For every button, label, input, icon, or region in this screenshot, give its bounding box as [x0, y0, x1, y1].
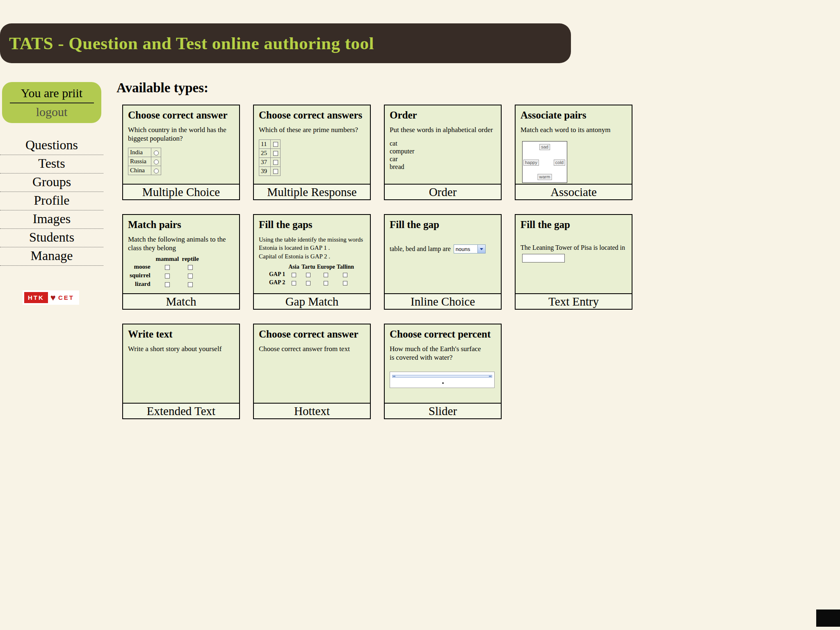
checkbox[interactable] — [165, 282, 170, 287]
type-link-slider[interactable]: Slider — [385, 403, 501, 418]
radio-button[interactable] — [154, 160, 159, 164]
checkbox[interactable] — [273, 160, 278, 165]
type-link-extended-text[interactable]: Extended Text — [123, 403, 239, 418]
checkbox-cell — [336, 278, 355, 287]
checkbox-cell — [271, 139, 281, 148]
sidebar-item-groups[interactable]: Groups — [0, 173, 103, 192]
sidebar-item-images[interactable]: Images — [0, 210, 103, 229]
option-row: 39 — [259, 167, 281, 176]
checkbox[interactable] — [306, 273, 310, 277]
checkbox[interactable] — [324, 273, 328, 277]
card-title: Order — [390, 110, 496, 121]
word-chip[interactable]: sad — [539, 144, 550, 150]
dropdown-arrow-button[interactable] — [477, 245, 485, 253]
match-column-header: reptile — [179, 256, 201, 262]
checkbox[interactable] — [292, 273, 296, 277]
type-link-text-entry[interactable]: Text Entry — [516, 293, 632, 309]
type-link-match[interactable]: Match — [123, 293, 239, 309]
text-entry-sentence: The Leaning Tower of Pisa is located in — [520, 243, 627, 262]
option-row: 11 — [259, 139, 281, 148]
app-title: TATS - Question and Test online authorin… — [0, 33, 374, 53]
card-question: Which country in the world has the bigge… — [128, 126, 234, 143]
checkbox[interactable] — [273, 142, 278, 147]
radio-button[interactable] — [154, 169, 159, 173]
logout-link[interactable]: logout — [2, 105, 101, 119]
option-label: 37 — [259, 158, 271, 167]
mr-option-table: 11 25 37 39 — [259, 139, 281, 176]
sidebar-item-tests[interactable]: Tests — [0, 155, 103, 173]
type-link-multiple-choice[interactable]: Multiple Choice — [123, 184, 239, 199]
type-link-gap-match[interactable]: Gap Match — [254, 293, 370, 309]
slider-right-arrow[interactable] — [489, 376, 491, 377]
type-link-order[interactable]: Order — [385, 184, 501, 199]
card-title: Fill the gap — [390, 219, 496, 231]
order-item: car — [390, 155, 496, 163]
checkbox-cell — [155, 280, 180, 288]
word-chip[interactable]: cold — [554, 160, 565, 166]
user-box: You are priit logout — [2, 82, 101, 123]
type-link-multiple-response[interactable]: Multiple Response — [254, 184, 370, 199]
checkbox[interactable] — [292, 281, 296, 285]
checkbox[interactable] — [343, 273, 347, 277]
slider-handle[interactable] — [442, 382, 444, 384]
checkbox-cell — [336, 270, 355, 278]
card-body: Choose correct answer Which country in t… — [123, 105, 239, 184]
inline-choice-sentence: table, bed and lamp are nouns — [390, 244, 496, 253]
type-link-inline-choice[interactable]: Inline Choice — [385, 293, 501, 309]
checkbox-cell — [271, 148, 281, 158]
sidebar-item-profile[interactable]: Profile — [0, 192, 103, 210]
option-row: 25 — [259, 148, 281, 158]
checkbox[interactable] — [306, 281, 310, 285]
slider-track[interactable] — [392, 375, 492, 378]
page: TATS - Question and Test online authorin… — [0, 0, 840, 630]
gap-row: GAP 1 — [269, 270, 355, 278]
gap-table: Asia Tartu Europe Tallinn GAP 1 — [269, 264, 355, 287]
gap-column-header: Europe — [316, 264, 336, 270]
checkbox-cell — [301, 270, 316, 278]
checkbox-cell — [271, 167, 281, 176]
slider-control[interactable] — [390, 372, 495, 388]
card-hottext: Choose correct answer Choose correct ans… — [253, 324, 371, 419]
checkbox[interactable] — [273, 169, 278, 174]
gap-header-row: Asia Tartu Europe Tallinn — [269, 264, 355, 270]
type-link-associate[interactable]: Associate — [516, 184, 632, 199]
checkbox-cell — [155, 262, 180, 271]
checkbox-cell — [271, 158, 281, 167]
card-question: Match the following animals to the class… — [128, 235, 234, 252]
text-entry-input[interactable] — [522, 254, 565, 262]
slider-left-arrow[interactable] — [393, 376, 395, 377]
option-label: 25 — [259, 148, 271, 158]
checkbox[interactable] — [324, 281, 328, 285]
checkbox[interactable] — [188, 282, 193, 287]
option-row: India — [128, 148, 161, 157]
htk-logo-text: HTK — [24, 292, 48, 303]
order-item: cat — [390, 139, 496, 147]
checkbox[interactable] — [165, 265, 170, 270]
card-title: Associate pairs — [520, 110, 627, 121]
word-chip[interactable]: warm — [538, 174, 552, 180]
radio-button[interactable] — [154, 151, 159, 155]
checkbox[interactable] — [343, 281, 347, 285]
match-header-row: mammal reptile — [130, 256, 201, 262]
card-associate: Associate pairs Match each word to its a… — [515, 105, 632, 200]
sidebar-item-students[interactable]: Students — [0, 229, 103, 247]
gap-column-header: Tartu — [301, 264, 316, 270]
checkbox[interactable] — [165, 274, 170, 278]
word-chip[interactable]: happy — [523, 160, 539, 166]
gap-row: GAP 2 — [269, 278, 355, 287]
sidebar: You are priit logout Questions Tests Gro… — [0, 82, 103, 305]
checkbox[interactable] — [188, 265, 193, 270]
card-title: Fill the gap — [520, 219, 627, 231]
checkbox[interactable] — [273, 151, 278, 156]
sidebar-item-manage[interactable]: Manage — [0, 247, 103, 266]
checkbox[interactable] — [188, 274, 193, 278]
inline-choice-select[interactable]: nouns — [454, 244, 486, 253]
sidebar-item-questions[interactable]: Questions — [0, 137, 103, 155]
card-body: Fill the gap The Leaning Tower of Pisa i… — [516, 215, 632, 293]
type-link-hottext[interactable]: Hottext — [254, 403, 370, 418]
select-value: nouns — [454, 245, 477, 253]
card-question: Match each word to its antonym — [520, 126, 627, 135]
match-row-label: moose — [130, 262, 155, 271]
corner-artifact — [816, 609, 840, 627]
card-question-line: is covered with water? — [390, 354, 496, 362]
